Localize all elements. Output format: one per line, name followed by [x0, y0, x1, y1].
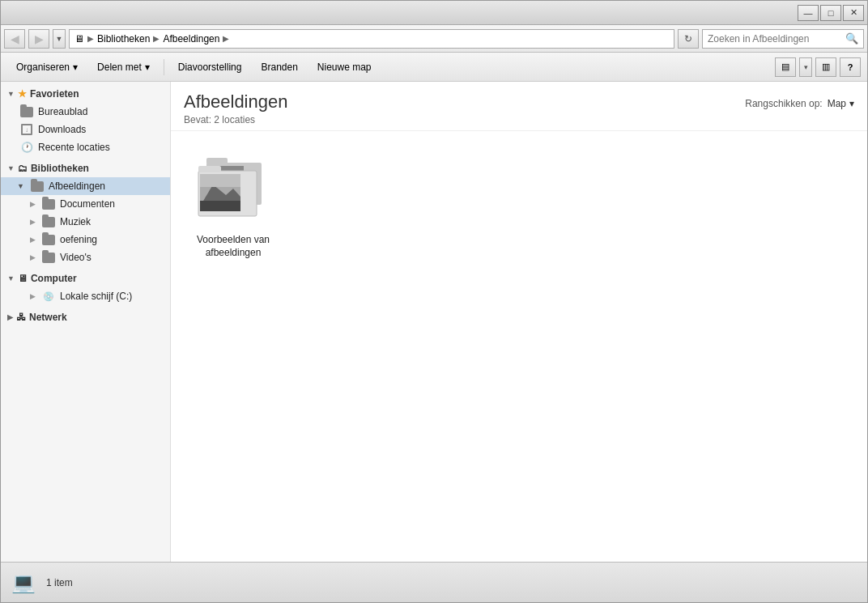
help-button[interactable]: ?: [840, 57, 861, 77]
oefening-label: oefening: [60, 234, 97, 245]
nav-dropdown-button[interactable]: ▼: [53, 29, 66, 49]
afbeeldingen-folder-icon: [31, 180, 44, 193]
share-label: Delen met: [97, 62, 142, 73]
file-label-voorbeelden: Voorbeelden van afbeeldingen: [188, 234, 279, 259]
address-bar: ◀ ▶ ▼ 🖥 ▶ Bibliotheken ▶ Afbeeldingen ▶ …: [1, 25, 867, 53]
sidebar-item-local-disk[interactable]: ▶ 💿 Lokale schijf (C:): [1, 287, 170, 305]
downloads-label: Downloads: [38, 124, 86, 135]
afbeeldingen-expand-icon: ▼: [17, 182, 24, 190]
content-header: Afbeeldingen Bevat: 2 locaties Rangschik…: [171, 82, 867, 131]
favorites-star-icon: ★: [18, 88, 27, 100]
network-header[interactable]: ▶ 🖧 Netwerk: [1, 308, 170, 326]
view-icon-button[interactable]: ▤: [775, 57, 796, 77]
libraries-header[interactable]: ▼ 🗂 Bibliotheken: [1, 159, 170, 177]
downloads-icon: ↓: [20, 123, 33, 136]
address-path[interactable]: 🖥 ▶ Bibliotheken ▶ Afbeeldingen ▶: [69, 29, 674, 49]
favorites-section: ▼ ★ Favorieten Bureaublad ↓: [1, 85, 170, 156]
sidebar-item-videos[interactable]: ▶ Video's: [1, 248, 170, 266]
documenten-label: Documenten: [60, 198, 115, 210]
local-disk-label: Lokale schijf (C:): [60, 291, 132, 302]
sort-dropdown[interactable]: Map ▾: [828, 98, 854, 109]
content-title: Afbeeldingen: [184, 91, 287, 113]
status-laptop-icon: 💻: [11, 570, 36, 596]
status-bar: 💻 1 item: [1, 562, 867, 602]
organize-label: Organiseren: [16, 62, 70, 73]
oefening-expand-icon: ▶: [30, 236, 36, 244]
refresh-button[interactable]: ↻: [678, 29, 699, 49]
content-area: Afbeeldingen Bevat: 2 locaties Rangschik…: [171, 82, 867, 562]
afbeeldingen-label: Afbeeldingen: [49, 180, 105, 192]
file-item-voorbeelden[interactable]: Voorbeelden van afbeeldingen: [181, 141, 286, 266]
muziek-folder-icon: [42, 215, 55, 228]
file-thumbnail-voorbeelden: [189, 148, 278, 229]
share-dropdown-icon: ▾: [145, 62, 150, 73]
sidebar-item-bureaublad[interactable]: Bureaublad: [1, 103, 170, 121]
sidebar-item-muziek[interactable]: ▶ Muziek: [1, 213, 170, 231]
favorites-label: Favorieten: [30, 88, 79, 100]
pane-button[interactable]: ▥: [815, 57, 836, 77]
folder-thumbnail-svg: [189, 148, 278, 225]
videos-label: Video's: [60, 252, 91, 263]
slideshow-button[interactable]: Diavoorstelling: [169, 56, 251, 79]
burn-label: Branden: [261, 62, 297, 73]
sort-value: Map: [828, 98, 846, 109]
network-icon: 🖧: [16, 312, 26, 323]
new-folder-label: Nieuwe map: [317, 62, 372, 73]
subtitle-prefix: Bevat:: [184, 114, 214, 125]
toolbar: Organiseren ▾ Delen met ▾ Diavoorstellin…: [1, 53, 867, 82]
organize-dropdown-icon: ▾: [73, 62, 78, 73]
title-bar: — □ ✕: [1, 1, 867, 25]
back-button[interactable]: ◀: [4, 29, 25, 49]
path-bibliotheken[interactable]: Bibliotheken: [97, 33, 150, 45]
sidebar-item-documenten[interactable]: ▶ Documenten: [1, 195, 170, 213]
search-input[interactable]: [708, 33, 842, 45]
recente-locaties-icon: 🕐: [20, 141, 33, 154]
libraries-section: ▼ 🗂 Bibliotheken ▼ Afbeeldingen ▶: [1, 159, 170, 266]
organize-button[interactable]: Organiseren ▾: [7, 56, 87, 79]
bureaublad-icon: [20, 105, 33, 118]
main-area: ▼ ★ Favorieten Bureaublad ↓: [1, 82, 867, 562]
sidebar-item-downloads[interactable]: ↓ Downloads: [1, 121, 170, 138]
sort-label: Rangschikken op:: [745, 98, 822, 109]
explorer-window: — □ ✕ ◀ ▶ ▼ 🖥 ▶ Bibliotheken ▶ Afbeeldin…: [0, 0, 868, 603]
svg-rect-1: [206, 158, 228, 164]
sidebar-item-recente-locaties[interactable]: 🕐 Recente locaties: [1, 138, 170, 156]
new-folder-button[interactable]: Nieuwe map: [308, 56, 381, 79]
favorites-header[interactable]: ▼ ★ Favorieten: [1, 85, 170, 103]
window-controls: — □ ✕: [798, 5, 864, 21]
documenten-expand-icon: ▶: [30, 200, 36, 208]
laptop-unicode-icon: 💻: [11, 571, 36, 594]
oefening-folder-icon: [42, 233, 55, 246]
bureaublad-label: Bureaublad: [38, 106, 87, 117]
computer-collapse-icon: ▼: [7, 274, 15, 282]
forward-button[interactable]: ▶: [28, 29, 49, 49]
minimize-button[interactable]: —: [798, 5, 819, 21]
sidebar-item-oefening[interactable]: ▶ oefening: [1, 231, 170, 248]
content-title-area: Afbeeldingen Bevat: 2 locaties: [184, 91, 287, 125]
burn-button[interactable]: Branden: [252, 56, 306, 79]
sort-dropdown-icon: ▾: [849, 98, 854, 109]
maximize-button[interactable]: □: [820, 5, 841, 21]
disk-expand-icon: ▶: [30, 292, 36, 300]
svg-rect-11: [200, 201, 240, 211]
share-button[interactable]: Delen met ▾: [88, 56, 159, 79]
close-button[interactable]: ✕: [843, 5, 864, 21]
svg-rect-12: [200, 174, 240, 187]
subtitle-value: 2 locaties: [214, 114, 255, 125]
videos-folder-icon: [42, 251, 55, 264]
search-icon: 🔍: [845, 32, 858, 45]
computer-label: Computer: [31, 273, 77, 284]
sidebar: ▼ ★ Favorieten Bureaublad ↓: [1, 82, 171, 562]
disk-icon: 💿: [42, 290, 55, 303]
libraries-icon: 🗂: [18, 163, 28, 174]
path-afbeeldingen[interactable]: Afbeeldingen: [163, 33, 219, 45]
documenten-folder-icon: [42, 197, 55, 210]
path-root-icon: 🖥: [74, 33, 84, 45]
computer-header[interactable]: ▼ 🖥 Computer: [1, 270, 170, 287]
sidebar-item-afbeeldingen[interactable]: ▼ Afbeeldingen: [1, 177, 170, 195]
recente-locaties-label: Recente locaties: [38, 142, 110, 153]
status-item-count: 1 item: [46, 577, 73, 588]
network-collapse-icon: ▶: [7, 313, 13, 321]
view-dropdown-button[interactable]: ▾: [799, 57, 812, 77]
svg-rect-7: [198, 166, 221, 172]
